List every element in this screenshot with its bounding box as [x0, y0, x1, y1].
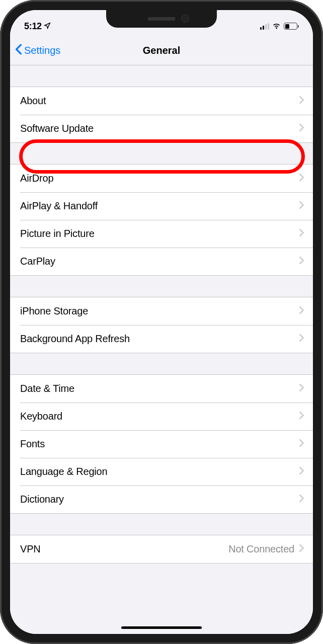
- row-label: Background App Refresh: [20, 333, 130, 345]
- settings-row-airplay-handoff[interactable]: AirPlay & Handoff: [10, 192, 313, 220]
- settings-group: VPN Not Connected: [10, 535, 313, 564]
- group-spacer: [10, 143, 313, 164]
- settings-list: About Software Update: [10, 65, 313, 634]
- wifi-icon: [272, 23, 281, 30]
- back-button[interactable]: Settings: [10, 44, 60, 57]
- settings-row-vpn[interactable]: VPN Not Connected: [10, 535, 313, 563]
- chevron-right-icon: [299, 229, 304, 238]
- chevron-right-icon: [299, 384, 304, 393]
- navigation-bar: Settings General: [10, 36, 313, 65]
- settings-group: Date & Time Keyboard: [10, 374, 313, 514]
- chevron-right-icon: [299, 306, 304, 316]
- row-label: AirDrop: [20, 173, 53, 184]
- row-label: Keyboard: [20, 411, 62, 422]
- chevron-left-icon: [15, 44, 22, 57]
- chevron-right-icon: [299, 439, 304, 449]
- chevron-right-icon: [299, 544, 304, 554]
- row-label: About: [20, 95, 46, 107]
- chevron-right-icon: [299, 174, 304, 183]
- row-label: Picture in Picture: [20, 228, 95, 239]
- settings-row-date-time[interactable]: Date & Time: [10, 375, 313, 403]
- chevron-right-icon: [299, 201, 304, 211]
- back-label: Settings: [24, 45, 60, 56]
- settings-row-iphone-storage[interactable]: iPhone Storage: [10, 297, 313, 325]
- chevron-right-icon: [299, 412, 304, 421]
- home-indicator[interactable]: [121, 626, 202, 629]
- settings-row-keyboard[interactable]: Keyboard: [10, 403, 313, 430]
- group-spacer: [10, 276, 313, 297]
- screen: 5:12: [10, 10, 313, 634]
- group-spacer: [10, 65, 313, 87]
- settings-row-picture-in-picture[interactable]: Picture in Picture: [10, 220, 313, 248]
- settings-group: AirDrop AirPlay & Handoff: [10, 164, 313, 276]
- row-label: Dictionary: [20, 494, 64, 505]
- row-label: CarPlay: [20, 256, 55, 267]
- settings-group: About Software Update: [10, 87, 313, 143]
- cellular-signal-icon: [260, 23, 270, 30]
- row-label: Software Update: [20, 123, 94, 134]
- settings-row-about[interactable]: About: [10, 87, 313, 115]
- settings-row-fonts[interactable]: Fonts: [10, 430, 313, 458]
- location-arrow-icon: [44, 21, 51, 32]
- chevron-right-icon: [299, 467, 304, 476]
- settings-row-background-app-refresh[interactable]: Background App Refresh: [10, 325, 313, 353]
- row-label: VPN: [20, 543, 41, 555]
- page-title: General: [143, 45, 180, 56]
- settings-row-airdrop[interactable]: AirDrop: [10, 165, 313, 192]
- chevron-right-icon: [299, 257, 304, 266]
- status-time: 5:12: [24, 21, 42, 32]
- row-label: iPhone Storage: [20, 305, 88, 317]
- settings-row-software-update[interactable]: Software Update: [10, 115, 313, 142]
- chevron-right-icon: [299, 334, 304, 344]
- chevron-right-icon: [299, 124, 304, 133]
- settings-group: iPhone Storage Background App Refresh: [10, 297, 313, 353]
- settings-row-language-region[interactable]: Language & Region: [10, 458, 313, 486]
- group-spacer: [10, 514, 313, 535]
- status-bar-right: [260, 23, 299, 30]
- row-label: Date & Time: [20, 383, 74, 394]
- status-bar-left: 5:12: [24, 21, 51, 32]
- row-label: AirPlay & Handoff: [20, 200, 98, 212]
- iphone-device-frame: 5:12: [0, 0, 323, 644]
- row-label: Fonts: [20, 438, 45, 450]
- battery-icon: [284, 23, 299, 30]
- settings-row-carplay[interactable]: CarPlay: [10, 248, 313, 275]
- row-label: Language & Region: [20, 466, 107, 477]
- row-detail: Not Connected: [228, 543, 294, 555]
- group-spacer: [10, 353, 313, 374]
- chevron-right-icon: [299, 495, 304, 504]
- settings-row-dictionary[interactable]: Dictionary: [10, 486, 313, 513]
- notch: [106, 10, 217, 28]
- chevron-right-icon: [299, 96, 304, 106]
